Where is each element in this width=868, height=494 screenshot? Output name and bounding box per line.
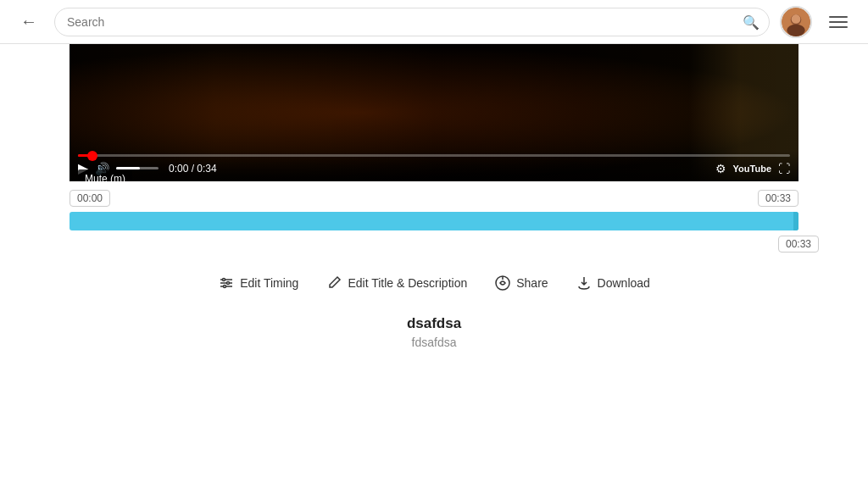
edit-title-label: Edit Title & Description xyxy=(348,276,467,290)
share-icon xyxy=(494,275,511,291)
share-button[interactable]: Share xyxy=(494,275,548,291)
video-title: dsafdsa xyxy=(70,315,798,332)
timeline-track[interactable]: 00:33 xyxy=(70,212,798,230)
svg-point-9 xyxy=(224,286,226,288)
menu-line-1 xyxy=(829,16,848,18)
progress-knob xyxy=(87,151,97,161)
header: ← 🔍 xyxy=(0,0,868,44)
video-player[interactable]: Mute (m) ▶ 🔊 0:00 / 0:34 ⚙ xyxy=(70,44,798,181)
pencil-icon xyxy=(326,275,342,291)
video-wrapper: Mute (m) ▶ 🔊 0:00 / 0:34 ⚙ xyxy=(70,44,798,349)
controls-row: ▶ 🔊 0:00 / 0:34 ⚙ YouTube ⛶ xyxy=(78,160,790,176)
time-display: 0:00 / 0:34 xyxy=(169,163,217,175)
mute-tooltip: Mute (m) xyxy=(78,169,132,181)
progress-fill xyxy=(78,154,92,157)
settings-icon[interactable]: ⚙ xyxy=(715,162,726,175)
download-icon xyxy=(576,275,593,291)
timeline-marker: 00:33 xyxy=(778,236,819,253)
menu-line-2 xyxy=(829,21,848,23)
avatar[interactable] xyxy=(780,6,812,38)
menu-button[interactable] xyxy=(822,13,854,31)
back-button[interactable]: ← xyxy=(14,8,44,35)
search-container: 🔍 xyxy=(54,8,770,36)
sliders-icon xyxy=(218,275,235,291)
download-label: Download xyxy=(598,276,650,290)
edit-title-button[interactable]: Edit Title & Description xyxy=(326,275,467,291)
video-info: dsafdsa fdsafdsa xyxy=(70,315,798,349)
timeline-section: 00:00 00:33 00:33 xyxy=(70,181,798,230)
edit-timing-button[interactable]: Edit Timing xyxy=(218,275,298,291)
download-button[interactable]: Download xyxy=(576,275,650,291)
progress-bar[interactable] xyxy=(78,154,790,157)
controls-bar: ▶ 🔊 0:00 / 0:34 ⚙ YouTube ⛶ xyxy=(70,151,798,181)
search-input[interactable] xyxy=(54,8,770,36)
search-icon: 🔍 xyxy=(743,14,760,30)
end-time-badge: 00:33 xyxy=(758,190,798,207)
youtube-logo: YouTube xyxy=(733,164,771,174)
start-time-badge: 00:00 xyxy=(70,190,110,207)
share-label: Share xyxy=(516,276,548,290)
svg-point-8 xyxy=(227,282,230,285)
menu-line-3 xyxy=(829,26,848,28)
svg-point-7 xyxy=(223,279,225,281)
actions-row: Edit Timing Edit Title & Description xyxy=(70,275,798,291)
video-description: fdsafdsa xyxy=(70,336,798,349)
controls-right: ⚙ YouTube ⛶ xyxy=(715,162,790,175)
edit-timing-label: Edit Timing xyxy=(240,276,298,290)
fullscreen-button[interactable]: ⛶ xyxy=(778,162,790,175)
svg-point-3 xyxy=(792,14,801,24)
timeline-times: 00:00 00:33 xyxy=(70,190,798,207)
svg-point-2 xyxy=(787,24,804,36)
timeline-end-handle[interactable] xyxy=(793,212,798,230)
main-content: Mute (m) ▶ 🔊 0:00 / 0:34 ⚙ xyxy=(0,44,868,349)
avatar-image xyxy=(782,8,810,36)
